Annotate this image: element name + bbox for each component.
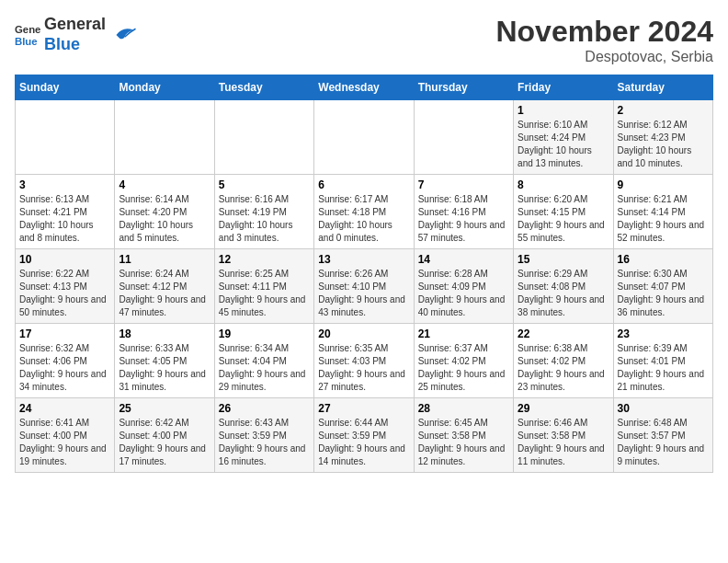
logo-bird-icon bbox=[109, 21, 137, 49]
day-number: 10 bbox=[19, 253, 110, 266]
calendar-cell: 18Sunrise: 6:33 AM Sunset: 4:05 PM Dayli… bbox=[115, 324, 214, 398]
title-block: November 2024 Despotovac, Serbia bbox=[495, 15, 713, 65]
day-info: Sunrise: 6:44 AM Sunset: 3:59 PM Dayligh… bbox=[318, 417, 409, 468]
day-info: Sunrise: 6:35 AM Sunset: 4:03 PM Dayligh… bbox=[318, 342, 409, 394]
day-info: Sunrise: 6:13 AM Sunset: 4:21 PM Dayligh… bbox=[19, 193, 110, 245]
calendar-table: SundayMondayTuesdayWednesdayThursdayFrid… bbox=[15, 75, 713, 473]
day-info: Sunrise: 6:28 AM Sunset: 4:09 PM Dayligh… bbox=[418, 268, 509, 319]
calendar-cell: 5Sunrise: 6:16 AM Sunset: 4:19 PM Daylig… bbox=[214, 175, 313, 249]
calendar-cell bbox=[16, 100, 115, 175]
day-info: Sunrise: 6:48 AM Sunset: 3:57 PM Dayligh… bbox=[618, 417, 709, 468]
day-number: 16 bbox=[618, 253, 709, 266]
weekday-header-thursday: Thursday bbox=[414, 75, 513, 100]
svg-text:General: General bbox=[15, 24, 40, 35]
day-number: 2 bbox=[618, 104, 709, 117]
day-info: Sunrise: 6:41 AM Sunset: 4:00 PM Dayligh… bbox=[19, 417, 110, 468]
calendar-cell: 12Sunrise: 6:25 AM Sunset: 4:11 PM Dayli… bbox=[214, 249, 313, 324]
calendar-cell: 30Sunrise: 6:48 AM Sunset: 3:57 PM Dayli… bbox=[613, 398, 712, 473]
day-number: 20 bbox=[318, 327, 409, 340]
day-number: 25 bbox=[119, 402, 210, 415]
weekday-header-row: SundayMondayTuesdayWednesdayThursdayFrid… bbox=[16, 75, 713, 100]
day-number: 28 bbox=[418, 402, 509, 415]
calendar-cell: 22Sunrise: 6:38 AM Sunset: 4:02 PM Dayli… bbox=[514, 324, 613, 398]
page-header: General Blue General Blue November 2024 … bbox=[15, 15, 713, 65]
day-number: 11 bbox=[119, 253, 210, 266]
weekday-header-monday: Monday bbox=[115, 75, 214, 100]
calendar-cell bbox=[414, 100, 513, 175]
calendar-cell: 17Sunrise: 6:32 AM Sunset: 4:06 PM Dayli… bbox=[16, 324, 115, 398]
day-info: Sunrise: 6:16 AM Sunset: 4:19 PM Dayligh… bbox=[219, 193, 310, 245]
day-info: Sunrise: 6:45 AM Sunset: 3:58 PM Dayligh… bbox=[418, 417, 509, 468]
day-info: Sunrise: 6:39 AM Sunset: 4:01 PM Dayligh… bbox=[618, 342, 709, 394]
calendar-cell: 9Sunrise: 6:21 AM Sunset: 4:14 PM Daylig… bbox=[613, 175, 712, 249]
day-info: Sunrise: 6:20 AM Sunset: 4:15 PM Dayligh… bbox=[518, 193, 609, 245]
day-info: Sunrise: 6:33 AM Sunset: 4:05 PM Dayligh… bbox=[119, 342, 210, 394]
day-number: 15 bbox=[518, 253, 609, 266]
day-number: 13 bbox=[318, 253, 409, 266]
weekday-header-friday: Friday bbox=[514, 75, 613, 100]
calendar-cell: 6Sunrise: 6:17 AM Sunset: 4:18 PM Daylig… bbox=[314, 175, 414, 249]
day-info: Sunrise: 6:22 AM Sunset: 4:13 PM Dayligh… bbox=[19, 268, 110, 319]
page-subtitle: Despotovac, Serbia bbox=[495, 49, 713, 65]
day-info: Sunrise: 6:21 AM Sunset: 4:14 PM Dayligh… bbox=[618, 193, 709, 245]
day-info: Sunrise: 6:17 AM Sunset: 4:18 PM Dayligh… bbox=[318, 193, 409, 245]
day-info: Sunrise: 6:42 AM Sunset: 4:00 PM Dayligh… bbox=[119, 417, 210, 468]
day-number: 4 bbox=[119, 178, 210, 191]
calendar-week-3: 10Sunrise: 6:22 AM Sunset: 4:13 PM Dayli… bbox=[16, 249, 713, 324]
day-number: 6 bbox=[318, 178, 409, 191]
day-number: 19 bbox=[219, 327, 310, 340]
calendar-cell: 15Sunrise: 6:29 AM Sunset: 4:08 PM Dayli… bbox=[514, 249, 613, 324]
day-number: 8 bbox=[518, 178, 609, 191]
day-info: Sunrise: 6:12 AM Sunset: 4:23 PM Dayligh… bbox=[618, 119, 709, 170]
weekday-header-wednesday: Wednesday bbox=[314, 75, 414, 100]
calendar-cell: 1Sunrise: 6:10 AM Sunset: 4:24 PM Daylig… bbox=[514, 100, 613, 175]
logo-icon: General Blue bbox=[15, 22, 40, 48]
calendar-cell: 13Sunrise: 6:26 AM Sunset: 4:10 PM Dayli… bbox=[314, 249, 414, 324]
calendar-header: SundayMondayTuesdayWednesdayThursdayFrid… bbox=[16, 75, 713, 100]
logo-general-text: General bbox=[44, 15, 106, 35]
day-number: 3 bbox=[19, 178, 110, 191]
svg-text:Blue: Blue bbox=[15, 35, 38, 46]
calendar-week-4: 17Sunrise: 6:32 AM Sunset: 4:06 PM Dayli… bbox=[16, 324, 713, 398]
day-number: 5 bbox=[219, 178, 310, 191]
calendar-cell: 2Sunrise: 6:12 AM Sunset: 4:23 PM Daylig… bbox=[613, 100, 712, 175]
day-number: 23 bbox=[618, 327, 709, 340]
calendar-week-1: 1Sunrise: 6:10 AM Sunset: 4:24 PM Daylig… bbox=[16, 100, 713, 175]
calendar-cell: 21Sunrise: 6:37 AM Sunset: 4:02 PM Dayli… bbox=[414, 324, 513, 398]
day-number: 21 bbox=[418, 327, 509, 340]
calendar-week-2: 3Sunrise: 6:13 AM Sunset: 4:21 PM Daylig… bbox=[16, 175, 713, 249]
day-info: Sunrise: 6:14 AM Sunset: 4:20 PM Dayligh… bbox=[119, 193, 210, 245]
calendar-cell: 26Sunrise: 6:43 AM Sunset: 3:59 PM Dayli… bbox=[214, 398, 313, 473]
logo-blue-text: Blue bbox=[44, 35, 106, 55]
calendar-cell: 14Sunrise: 6:28 AM Sunset: 4:09 PM Dayli… bbox=[414, 249, 513, 324]
day-number: 1 bbox=[518, 104, 609, 117]
day-number: 30 bbox=[618, 402, 709, 415]
calendar-cell: 7Sunrise: 6:18 AM Sunset: 4:16 PM Daylig… bbox=[414, 175, 513, 249]
calendar-body: 1Sunrise: 6:10 AM Sunset: 4:24 PM Daylig… bbox=[16, 100, 713, 473]
calendar-cell: 24Sunrise: 6:41 AM Sunset: 4:00 PM Dayli… bbox=[16, 398, 115, 473]
day-number: 24 bbox=[19, 402, 110, 415]
day-info: Sunrise: 6:10 AM Sunset: 4:24 PM Dayligh… bbox=[518, 119, 609, 170]
calendar-cell bbox=[115, 100, 214, 175]
calendar-cell: 29Sunrise: 6:46 AM Sunset: 3:58 PM Dayli… bbox=[514, 398, 613, 473]
calendar-cell bbox=[314, 100, 414, 175]
calendar-week-5: 24Sunrise: 6:41 AM Sunset: 4:00 PM Dayli… bbox=[16, 398, 713, 473]
day-info: Sunrise: 6:30 AM Sunset: 4:07 PM Dayligh… bbox=[618, 268, 709, 319]
calendar-cell: 23Sunrise: 6:39 AM Sunset: 4:01 PM Dayli… bbox=[613, 324, 712, 398]
day-info: Sunrise: 6:43 AM Sunset: 3:59 PM Dayligh… bbox=[219, 417, 310, 468]
day-info: Sunrise: 6:38 AM Sunset: 4:02 PM Dayligh… bbox=[518, 342, 609, 394]
day-number: 17 bbox=[19, 327, 110, 340]
day-number: 9 bbox=[618, 178, 709, 191]
day-number: 22 bbox=[518, 327, 609, 340]
weekday-header-saturday: Saturday bbox=[613, 75, 712, 100]
calendar-cell: 3Sunrise: 6:13 AM Sunset: 4:21 PM Daylig… bbox=[16, 175, 115, 249]
calendar-cell: 8Sunrise: 6:20 AM Sunset: 4:15 PM Daylig… bbox=[514, 175, 613, 249]
day-number: 27 bbox=[318, 402, 409, 415]
day-number: 7 bbox=[418, 178, 509, 191]
day-info: Sunrise: 6:34 AM Sunset: 4:04 PM Dayligh… bbox=[219, 342, 310, 394]
day-number: 18 bbox=[119, 327, 210, 340]
day-number: 29 bbox=[518, 402, 609, 415]
calendar-cell: 4Sunrise: 6:14 AM Sunset: 4:20 PM Daylig… bbox=[115, 175, 214, 249]
calendar-cell: 10Sunrise: 6:22 AM Sunset: 4:13 PM Dayli… bbox=[16, 249, 115, 324]
day-info: Sunrise: 6:25 AM Sunset: 4:11 PM Dayligh… bbox=[219, 268, 310, 319]
